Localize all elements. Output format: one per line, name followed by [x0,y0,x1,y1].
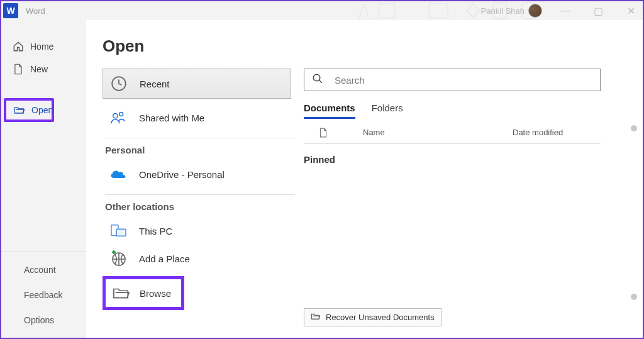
nav-home-label: Home [30,42,53,52]
svg-point-6 [119,112,123,116]
col-name[interactable]: Name [363,128,513,140]
personal-header: Personal [105,145,297,155]
doc-icon [319,128,328,140]
folder-open-icon [311,313,321,322]
avatar [528,4,542,18]
locations-list: Recent Shared with Me Personal OneDrive … [103,69,304,338]
highlight-browse: Browse [103,276,184,310]
nav-open-label: Open [31,105,53,115]
tab-documents[interactable]: Documents [304,103,355,119]
location-browse-label: Browse [140,288,171,299]
user-name: Pankil Shah [481,6,525,16]
nav-new[interactable]: New [1,58,86,81]
app-title: Word [26,6,45,16]
pc-icon [109,221,128,240]
nav-account[interactable]: Account [1,257,86,282]
highlight-open: Open [4,98,54,122]
pinned-header: Pinned [304,154,624,165]
search-box[interactable] [304,69,601,91]
right-pane: Documents Folders Name Date modified Pin… [304,69,643,338]
close-button[interactable]: ✕ [621,5,640,17]
nav-feedback[interactable]: Feedback [1,282,86,308]
location-shared-label: Shared with Me [139,113,204,123]
nav-home[interactable]: Home [1,35,86,58]
page-title: Open [103,36,643,56]
location-thispc[interactable]: This PC [103,217,297,245]
location-recent-label: Recent [140,79,170,89]
col-date[interactable]: Date modified [513,128,601,140]
search-input[interactable] [333,74,592,86]
onedrive-icon [109,165,128,184]
scrollbar[interactable] [630,125,639,300]
search-icon [312,73,323,87]
globe-plus-icon [109,249,128,268]
left-nav: Home New Open [1,20,86,338]
user-account[interactable]: Pankil Shah [481,4,542,18]
location-onedrive-label: OneDrive - Personal [139,169,225,180]
main-panel: Open Recent Shared with Me Personal [86,20,643,338]
location-shared[interactable]: Shared with Me [103,104,297,131]
list-header: Name Date modified [304,128,601,144]
folder-open-icon [112,284,131,303]
svg-rect-1 [429,4,448,18]
svg-rect-8 [116,229,126,236]
nav-new-label: New [30,64,48,74]
location-browse[interactable]: Browse [107,281,180,306]
clock-icon [109,74,128,93]
titlebar: W Word Pankil Shah — ▢ ✕ [1,1,643,20]
new-doc-icon [13,64,24,75]
location-addplace[interactable]: Add a Place [103,245,297,272]
minimize-button[interactable]: — [556,5,575,16]
location-thispc-label: This PC [139,226,172,236]
recover-label: Recover Unsaved Documents [326,313,435,322]
other-header: Other locations [105,201,297,212]
home-icon [13,41,24,52]
app-logo-icon: W [3,3,18,18]
tab-folders[interactable]: Folders [372,103,403,119]
recover-unsaved-button[interactable]: Recover Unsaved Documents [304,308,441,326]
people-icon [109,108,128,127]
svg-rect-0 [379,4,395,18]
folder-open-icon [14,104,25,116]
location-onedrive[interactable]: OneDrive - Personal [103,160,297,188]
nav-options[interactable]: Options [1,308,86,333]
tabs: Documents Folders [304,103,624,119]
maximize-button[interactable]: ▢ [589,5,608,17]
location-recent[interactable]: Recent [103,69,291,99]
svg-point-10 [313,74,320,81]
svg-point-5 [113,113,118,118]
location-addplace-label: Add a Place [139,253,190,264]
nav-open[interactable]: Open [6,101,52,119]
